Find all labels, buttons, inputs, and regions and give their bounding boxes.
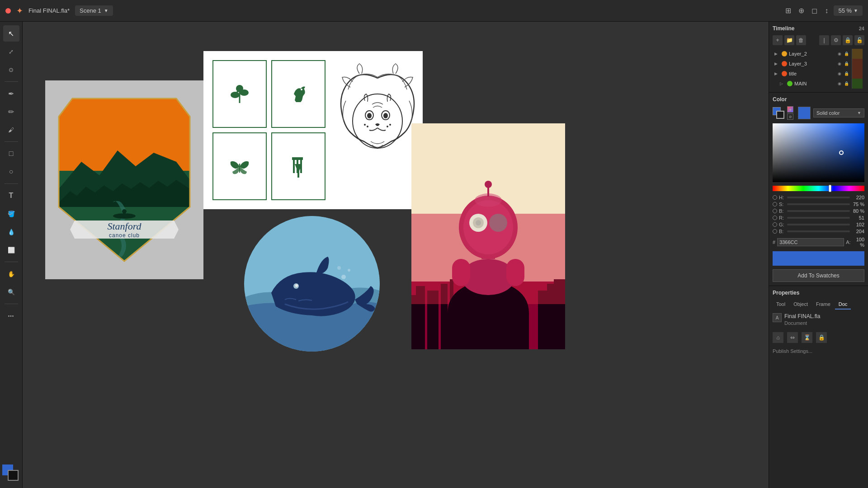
hsb-sliders: H: 220 S: 75 % B: 80 %: [773, 195, 864, 234]
tool-bucket[interactable]: 🪣: [3, 206, 19, 222]
doc-icon: A: [773, 313, 782, 322]
g-track[interactable]: [787, 224, 850, 225]
sat-track[interactable]: [787, 203, 850, 205]
tool-more[interactable]: •••: [3, 308, 19, 324]
zoom-control[interactable]: 55 % ▼: [834, 5, 863, 16]
tool-text[interactable]: T: [3, 188, 19, 204]
hex-input[interactable]: [777, 238, 844, 246]
tool-zoom[interactable]: 🔍: [3, 284, 19, 300]
delete-layer-btn[interactable]: 🗑: [796, 35, 806, 45]
layer2-hide-icon: ◉: [838, 52, 841, 56]
tool-hand[interactable]: ✋: [3, 266, 19, 282]
r-label: R:: [779, 215, 785, 221]
artwork-garden[interactable]: [203, 51, 335, 209]
main-layout: ↖ ⤢ ⊙ ✒ ✏ 🖌 □ ○ T 🪣 💧 ⬜ ✋ 🔍 •••: [0, 22, 868, 488]
color-type-row: ◈ ⊘ Solid color ▼: [773, 106, 864, 120]
publish-settings-link[interactable]: Publish Settings...: [773, 348, 812, 354]
artwork-robot[interactable]: [411, 123, 565, 349]
snap-icon[interactable]: ⊕: [798, 6, 804, 15]
new-folder-btn[interactable]: 📁: [784, 35, 794, 45]
tool-brush[interactable]: 🖌: [3, 122, 19, 138]
tool-oval[interactable]: ○: [3, 164, 19, 180]
tab-doc[interactable]: Doc: [835, 300, 851, 310]
color-preview-small[interactable]: [798, 107, 811, 119]
gradient-icon[interactable]: ◈: [787, 106, 793, 113]
tool-subselect[interactable]: ⤢: [3, 43, 19, 60]
prop-align-icon[interactable]: ⌂: [773, 332, 783, 343]
hue-slider-row: H: 220: [773, 195, 864, 200]
tool-eraser[interactable]: ⬜: [3, 242, 19, 258]
tool-eyedropper[interactable]: 💧: [3, 224, 19, 240]
r-track[interactable]: [787, 217, 850, 219]
bright-track[interactable]: [787, 210, 850, 212]
tab-object[interactable]: Object: [790, 300, 811, 310]
close-button[interactable]: [5, 8, 11, 14]
tool-lasso[interactable]: ⊙: [3, 61, 19, 78]
r-value: 51: [852, 215, 864, 221]
timeline-toolbar: + 📁 🗑 | ⚙ 🔒 🔓: [773, 35, 864, 45]
hue-track[interactable]: [787, 197, 850, 198]
no-color-icon[interactable]: ⊘: [787, 113, 793, 120]
stroke-color-swatch[interactable]: [8, 470, 19, 481]
r-radio[interactable]: [773, 216, 777, 220]
tool-pen[interactable]: ✒: [3, 85, 19, 102]
color-preview-bar[interactable]: [773, 251, 864, 266]
b-track[interactable]: [787, 230, 850, 232]
add-to-swatches-button[interactable]: Add To Swatches: [773, 269, 864, 282]
tab-tool[interactable]: Tool: [773, 300, 789, 310]
canvas-area[interactable]: Stanford canoe club: [23, 22, 769, 488]
svg-point-52: [295, 284, 298, 287]
artwork-lion[interactable]: [332, 51, 423, 209]
svg-point-1: [113, 213, 136, 219]
svg-rect-38: [452, 259, 470, 286]
layer-main[interactable]: ▷ MAIN ◉ 🔒: [773, 79, 864, 89]
timeline-btn-1[interactable]: |: [819, 35, 829, 45]
b-slider-row: B: 204: [773, 229, 864, 234]
prop-crop-icon[interactable]: ⌛: [802, 332, 812, 343]
tool-rectangle[interactable]: □: [3, 145, 19, 162]
garden-cell-plant: [212, 60, 267, 128]
artwork-whale[interactable]: [244, 216, 380, 352]
svg-point-53: [341, 275, 346, 279]
layer-title[interactable]: ▶ title ◉ 🔒: [773, 69, 864, 79]
hex-alpha-row: # A: 100 %: [773, 237, 864, 248]
hue-bar[interactable]: [773, 186, 864, 191]
b-radio[interactable]: [773, 229, 777, 234]
stroke-fill-swatches[interactable]: [2, 465, 20, 483]
prop-lock-icon[interactable]: 🔒: [816, 332, 827, 343]
prop-resize-icon[interactable]: ⇔: [787, 332, 798, 343]
fill-stroke-icon-container[interactable]: [773, 107, 784, 119]
main-layer-name: MAIN: [794, 81, 836, 86]
timeline-btn-3[interactable]: 🔒: [843, 35, 853, 45]
artwork-stanford[interactable]: Stanford canoe club: [45, 80, 203, 279]
timeline-section: Timeline 24 + 📁 🗑 | ⚙ 🔒 🔓 ▶ Layer_2 ◉ 🔒: [769, 22, 868, 93]
align-icon[interactable]: ↕: [825, 7, 828, 15]
timeline-btn-2[interactable]: ⚙: [831, 35, 841, 45]
tab-frame[interactable]: Frame: [812, 300, 834, 310]
title-track: [852, 69, 863, 79]
hex-label: #: [773, 239, 775, 245]
color-type-dropdown[interactable]: Solid color ▼: [813, 108, 864, 117]
tool-pencil[interactable]: ✏: [3, 103, 19, 120]
bright-radio[interactable]: [773, 209, 777, 213]
hue-radio[interactable]: [773, 195, 777, 200]
layer-layer3[interactable]: ▶ Layer_3 ◉ 🔒: [773, 59, 864, 69]
robot-svg: [411, 123, 565, 349]
scene-selector[interactable]: Scene 1 ▼: [75, 5, 113, 16]
frame-number: 24: [859, 26, 864, 31]
tab-title[interactable]: Final FINAL.fla*: [28, 7, 70, 14]
clip-icon[interactable]: ◻: [811, 6, 817, 15]
new-layer-btn[interactable]: +: [773, 35, 783, 45]
svg-rect-11: [292, 157, 296, 160]
layer3-hide-icon: ◉: [838, 61, 841, 66]
title-hide-icon: ◉: [838, 71, 841, 76]
g-radio[interactable]: [773, 222, 777, 227]
svg-point-49: [485, 181, 492, 188]
grid-icon[interactable]: ⊞: [785, 6, 791, 15]
g-slider-row: G: 102: [773, 222, 864, 227]
timeline-btn-4[interactable]: 🔓: [854, 35, 864, 45]
sat-radio[interactable]: [773, 202, 777, 206]
layer-layer2[interactable]: ▶ Layer_2 ◉ 🔒: [773, 49, 864, 59]
tool-select[interactable]: ↖: [3, 25, 19, 42]
color-picker-gradient[interactable]: [773, 123, 864, 182]
